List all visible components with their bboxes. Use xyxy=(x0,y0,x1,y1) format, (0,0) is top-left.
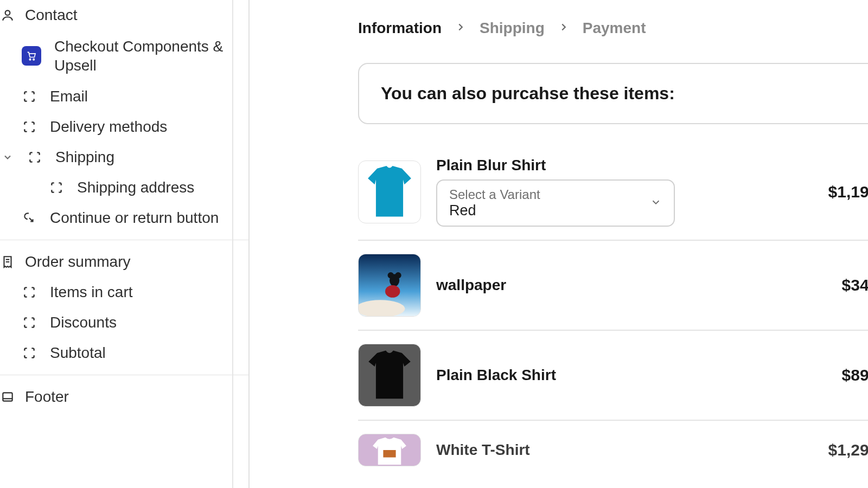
bracket-icon xyxy=(22,119,37,134)
bracket-icon xyxy=(27,150,42,165)
product-thumbnail xyxy=(358,344,421,407)
upsell-heading: You can also purcahse these items: xyxy=(381,84,868,104)
bracket-icon xyxy=(22,285,37,300)
svg-rect-3 xyxy=(3,393,12,401)
user-icon xyxy=(0,8,15,23)
product-name: White T-Shirt xyxy=(436,441,813,459)
svg-point-0 xyxy=(5,10,10,15)
upsell-item: White T-Shirt $1,299.00 xyxy=(358,421,868,479)
breadcrumb-step-payment[interactable]: Payment xyxy=(583,20,646,37)
sidebar-label: Footer xyxy=(25,388,69,406)
chevron-down-icon xyxy=(650,196,662,210)
receipt-icon xyxy=(0,254,15,269)
sidebar-label: Items in cart xyxy=(50,284,235,301)
bracket-icon xyxy=(22,345,37,361)
breadcrumb-step-information[interactable]: Information xyxy=(358,20,442,37)
sidebar-label: Shipping address xyxy=(77,179,235,196)
svg-point-2 xyxy=(33,59,35,60)
product-thumbnail xyxy=(358,160,421,223)
sidebar-item-items-in-cart[interactable]: Items in cart xyxy=(0,277,248,307)
product-name: wallpaper xyxy=(436,277,827,294)
svg-point-9 xyxy=(385,285,400,298)
svg-rect-10 xyxy=(383,450,395,458)
sidebar-section-order-summary[interactable]: Order summary xyxy=(0,247,248,277)
chevron-right-icon xyxy=(455,20,467,37)
upsell-item: Plain Black Shirt $899.00 xyxy=(358,331,868,421)
variant-value: Red xyxy=(449,202,540,219)
divider xyxy=(0,375,248,375)
sidebar-item-shipping[interactable]: Shipping xyxy=(0,142,248,172)
chevron-down-icon xyxy=(2,152,13,163)
sidebar-label: Checkout Components & Upsell xyxy=(54,37,235,75)
product-price: $1,299.00 xyxy=(828,441,868,459)
sidebar-label: Email xyxy=(50,88,235,105)
main-content: Information Shipping Payment You can als… xyxy=(250,0,868,488)
upsell-item: Plain Blur Shirt Select a Variant Red $1… xyxy=(358,144,868,241)
product-price: $344.00 xyxy=(842,276,868,294)
sidebar-item-delivery[interactable]: Delivery methods xyxy=(0,112,248,142)
cart-icon xyxy=(22,46,41,66)
sidebar-label: Shipping xyxy=(55,149,235,166)
sidebar-label: Continue or return button xyxy=(50,209,235,227)
sidebar: Contact Checkout Components & Upsell Ema… xyxy=(0,0,250,488)
product-price: $899.00 xyxy=(842,366,868,384)
sidebar-label: Order summary xyxy=(25,253,130,271)
sidebar-item-subtotal[interactable]: Subtotal xyxy=(0,338,248,368)
svg-point-8 xyxy=(395,272,401,278)
product-price: $1,199.00 xyxy=(828,183,868,201)
upsell-banner: You can also purcahse these items: xyxy=(358,63,868,124)
sidebar-label: Contact xyxy=(25,7,78,24)
sidebar-label: Delivery methods xyxy=(50,118,235,136)
footer-icon xyxy=(0,389,15,404)
svg-point-1 xyxy=(29,59,31,60)
variant-label: Select a Variant xyxy=(449,187,540,202)
bracket-icon xyxy=(22,89,37,104)
variant-select[interactable]: Select a Variant Red xyxy=(436,179,675,227)
svg-point-7 xyxy=(388,272,394,278)
sidebar-label: Discounts xyxy=(50,314,235,331)
product-thumbnail xyxy=(358,254,421,317)
sidebar-item-discounts[interactable]: Discounts xyxy=(0,307,248,338)
chevron-right-icon xyxy=(558,20,570,37)
sidebar-section-footer[interactable]: Footer xyxy=(0,382,248,412)
sidebar-item-app-upsell[interactable]: Checkout Components & Upsell xyxy=(0,30,248,81)
cursor-return-icon xyxy=(22,210,37,226)
sidebar-label: Subtotal xyxy=(50,344,235,362)
product-thumbnail xyxy=(358,434,421,466)
sidebar-item-email[interactable]: Email xyxy=(0,81,248,112)
upsell-item: wallpaper $344.00 xyxy=(358,241,868,331)
breadcrumb: Information Shipping Payment xyxy=(358,20,868,37)
divider xyxy=(0,240,248,240)
sidebar-item-continue[interactable]: Continue or return button xyxy=(0,203,248,233)
sidebar-item-shipping-address[interactable]: Shipping address xyxy=(0,172,248,203)
breadcrumb-step-shipping[interactable]: Shipping xyxy=(480,20,545,37)
product-name: Plain Blur Shirt xyxy=(436,157,813,174)
sidebar-section-contact[interactable]: Contact xyxy=(0,0,248,30)
bracket-icon xyxy=(49,180,64,195)
bracket-icon xyxy=(22,315,37,330)
product-name: Plain Black Shirt xyxy=(436,367,827,384)
